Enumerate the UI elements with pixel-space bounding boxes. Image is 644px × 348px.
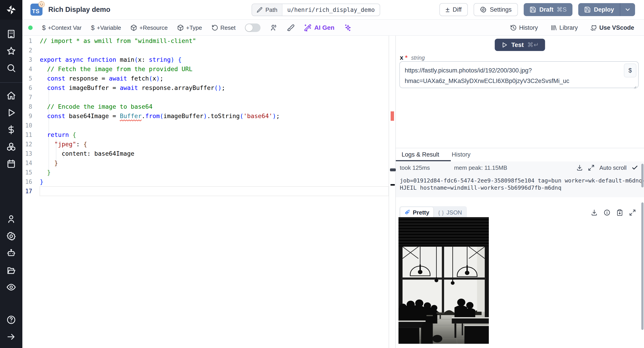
test-button-label: Test	[512, 42, 524, 48]
argument-name: x	[400, 54, 404, 61]
code-editor[interactable]: 1// import * as wmill from "windmill-cli…	[22, 36, 395, 348]
deploy-dropdown-button[interactable]	[620, 3, 635, 16]
result-scrollbar[interactable]	[641, 202, 644, 330]
ai-sparkles-button[interactable]	[344, 24, 352, 32]
code-text: content: base64Image	[40, 149, 389, 158]
code-line[interactable]: 12 "jpeg": {	[22, 140, 389, 149]
code-line[interactable]: 11 return {	[22, 130, 389, 140]
tab-history[interactable]: History	[452, 151, 470, 158]
play-icon	[501, 42, 508, 48]
info-icon[interactable]	[604, 209, 610, 216]
add-context-var-button[interactable]: $ +Context Var	[42, 24, 82, 32]
sidebar-item-audit[interactable]	[0, 279, 22, 296]
tab-logs-result[interactable]: Logs & Result	[402, 151, 439, 158]
home-icon	[6, 91, 16, 101]
sidebar-item-expand[interactable]	[0, 328, 22, 345]
check-icon[interactable]	[632, 164, 638, 171]
draft-button[interactable]: Draft ⌘S	[524, 3, 572, 16]
sidebar-item-runs[interactable]	[0, 104, 22, 121]
code-line[interactable]: 6 const imageBuffer = await response.arr…	[22, 83, 389, 92]
divider-drag-handle[interactable]	[390, 168, 396, 171]
code-line[interactable]: 5 const response = await fetch(x);	[22, 74, 389, 83]
reset-button[interactable]: Reset	[212, 24, 236, 31]
paintbrush-icon	[287, 24, 294, 32]
code-text: }	[40, 177, 389, 186]
download-icon[interactable]	[576, 164, 583, 171]
json-view-tab[interactable]: { } JSON	[434, 208, 466, 218]
editor-toolbar: $ +Context Var $ +Variable +Resource +Ty…	[22, 20, 644, 36]
logs-scrollbar[interactable]	[641, 164, 644, 188]
gear-icon	[6, 231, 16, 241]
add-context-var-label: +Context Var	[48, 24, 82, 31]
overview-ruler[interactable]	[389, 36, 395, 348]
argument-value-line1: https://fastly.picsum.photos/id/192/200/…	[405, 65, 633, 76]
code-line[interactable]: 17	[22, 186, 389, 196]
sidebar-item-settings[interactable]	[0, 228, 22, 245]
clipboard-copy-icon[interactable]	[616, 209, 623, 216]
code-line[interactable]: 15 }	[22, 168, 389, 177]
sidebar-item-help[interactable]	[0, 311, 22, 328]
sidebar-item-workspace[interactable]	[0, 26, 22, 42]
dollar-icon: $	[91, 24, 94, 32]
code-line[interactable]: 1// import * as wmill from "windmill-cli…	[22, 36, 389, 46]
test-button[interactable]: Test ⌘↵	[495, 39, 545, 51]
windmill-logo-icon	[5, 4, 17, 16]
multiplayer-toggle[interactable]	[245, 24, 260, 32]
code-line[interactable]: 9 const base64Image = Buffer.from(imageB…	[22, 112, 389, 121]
line-number: 1	[22, 36, 40, 46]
splitter-drag-handle[interactable]	[390, 184, 395, 186]
line-number: 12	[22, 140, 40, 149]
history-button[interactable]: History	[510, 24, 538, 31]
code-line[interactable]: 16}	[22, 177, 389, 186]
code-line[interactable]: 10	[22, 121, 389, 130]
logs-section: Logs & Result History	[396, 148, 644, 161]
save-icon	[584, 6, 591, 13]
sidebar-item-schedules[interactable]	[0, 155, 22, 172]
line-number: 17	[22, 186, 40, 196]
sidebar-item-home[interactable]	[0, 87, 22, 104]
code-lines: 1// import * as wmill from "windmill-cli…	[22, 36, 389, 196]
reset-label: Reset	[220, 24, 236, 31]
argument-input[interactable]: https://fastly.picsum.photos/id/192/200/…	[399, 61, 639, 88]
format-code-button[interactable]	[287, 24, 294, 32]
sidebar-item-search[interactable]	[0, 60, 22, 76]
code-line[interactable]: 2	[22, 46, 389, 55]
code-line[interactable]: 13 content: base64Image	[22, 149, 389, 158]
code-text	[40, 46, 389, 55]
pretty-view-tab[interactable]: Pretty	[400, 207, 433, 218]
code-line[interactable]: 14 }	[22, 158, 389, 168]
sidebar-item-workers[interactable]	[0, 245, 22, 262]
expand-icon[interactable]	[588, 164, 594, 171]
sidebar-item-variables[interactable]	[0, 121, 22, 138]
code-line[interactable]: 3export async function main(x: string) {	[22, 55, 389, 64]
multiplayer-users-button[interactable]	[270, 24, 278, 32]
code-line[interactable]: 8 // Encode the image to base64	[22, 102, 389, 112]
diff-button[interactable]: ± Diff	[440, 3, 468, 16]
line-number: 13	[22, 149, 40, 158]
sidebar-item-folders[interactable]	[0, 262, 22, 279]
sidebar-item-account[interactable]	[0, 211, 22, 228]
save-icon	[530, 6, 536, 13]
sidebar-item-resources[interactable]	[0, 138, 22, 155]
library-button[interactable]: Library	[550, 24, 578, 31]
ai-gen-button[interactable]: AI Gen	[304, 24, 334, 32]
code-line[interactable]: 7	[22, 92, 389, 102]
code-line[interactable]: 4 // Fetch the image from the provided U…	[22, 64, 389, 74]
took-duration: took 125ms	[400, 164, 430, 171]
sidebar-item-favorites[interactable]	[0, 42, 22, 60]
add-resource-button[interactable]: +Resource	[130, 24, 168, 31]
use-vscode-button[interactable]: Use VScode	[590, 24, 634, 31]
maximize-icon[interactable]	[629, 209, 636, 216]
code-text: // import * as wmill from "windmill-clie…	[40, 36, 389, 46]
settings-button[interactable]: Settings	[474, 3, 518, 16]
line-number: 9	[22, 112, 40, 121]
add-type-button[interactable]: +Type	[177, 24, 202, 31]
add-variable-button[interactable]: $ +Variable	[91, 24, 121, 32]
windmill-logo[interactable]	[0, 0, 22, 20]
path-chip[interactable]: Path u/henri/rich_display_demo	[252, 4, 380, 16]
deploy-button[interactable]: Deploy	[578, 3, 620, 16]
download-icon[interactable]	[591, 209, 598, 216]
insert-variable-button[interactable]: $	[624, 64, 636, 78]
history-label: History	[519, 24, 538, 31]
resize-grip[interactable]	[632, 82, 637, 87]
